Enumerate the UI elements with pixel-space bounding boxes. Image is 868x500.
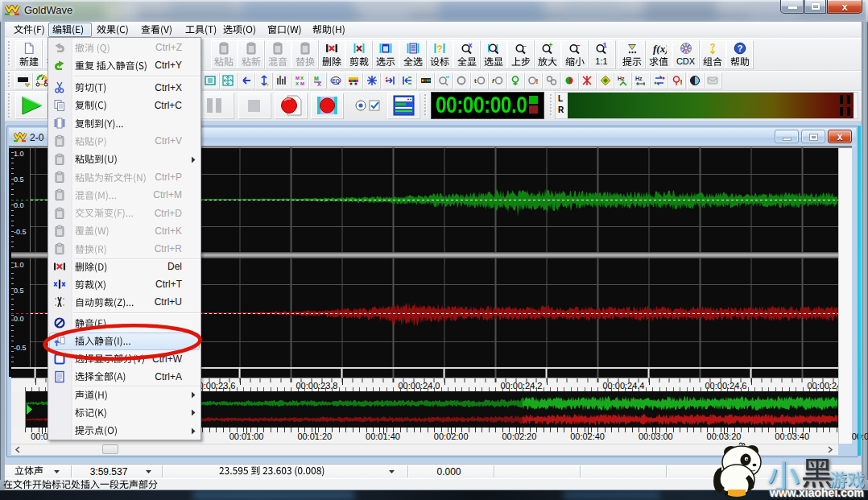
svg-text:←: ← [520,42,527,49]
svg-text:?: ? [737,43,742,53]
svg-text:!: ! [680,78,682,86]
svg-text:+: + [548,42,552,49]
svg-text:Hz: Hz [635,76,643,81]
svg-text:?: ? [436,43,442,55]
svg-text:?: ? [710,42,716,52]
svg-text:f(x): f(x) [653,43,667,55]
svg-text:M: M [300,81,304,86]
svg-text:x: x [468,42,472,49]
svg-text:Hz: Hz [618,76,625,81]
svg-text:X: X [300,76,304,81]
svg-text:M: M [314,76,319,81]
svg-text:f: f [492,77,495,85]
svg-text:–: – [576,42,580,49]
svg-text:1: 1 [602,42,606,49]
svg-text:X: X [317,81,321,86]
svg-text:!: ! [536,77,539,85]
svg-text:EQ: EQ [332,78,339,85]
svg-text:t: t [474,77,477,85]
svg-text:X: X [296,81,299,86]
svg-text:M: M [296,76,300,81]
